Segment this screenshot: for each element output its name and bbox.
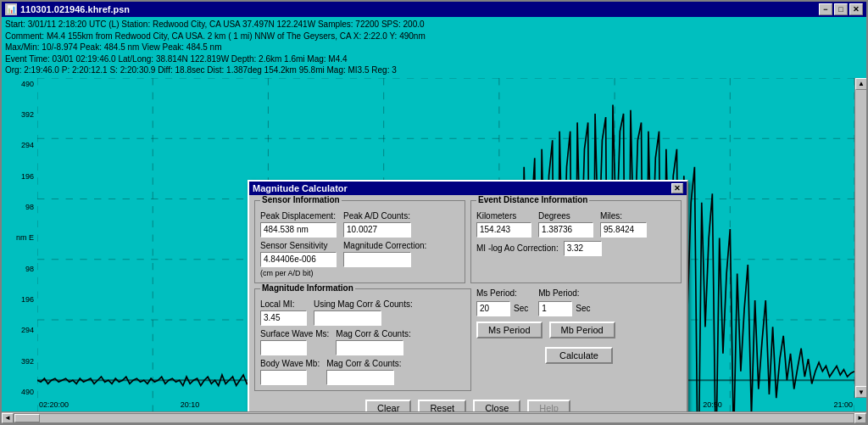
mag-corr-body-input[interactable]	[326, 370, 394, 385]
y-label-392-bot: 392	[3, 357, 34, 366]
event-distance-title: Event Distance Information	[476, 195, 589, 204]
mb-period-unit: Sec	[576, 304, 590, 313]
scroll-up-button[interactable]: ▲	[855, 78, 866, 90]
deg-label: Degrees	[538, 211, 593, 221]
scrollbar-track	[14, 413, 854, 423]
ms-period-input[interactable]	[476, 301, 510, 316]
mi-log-label: MI -log Ao Correction:	[476, 243, 559, 253]
info-bar: Start: 3/01/11 2:18:20 UTC (L) Station: …	[2, 17, 866, 78]
y-label-98-top: 98	[3, 203, 34, 211]
mag-corr-body-label: Mag Corr & Counts:	[326, 359, 401, 368]
nm-e-label: nm E	[3, 233, 34, 242]
mb-period-button[interactable]: Mb Period	[549, 322, 615, 338]
y-label-98-bot: 98	[3, 265, 34, 273]
magnitude-info-title: Magnitude Information	[260, 283, 355, 293]
surface-ms-label: Surface Wave Ms:	[260, 329, 329, 338]
info-line5: Org: 2:19:46.0 P: 2:20:12.1 S: 2:20:30.9…	[5, 64, 863, 76]
help-button[interactable]: Help	[527, 400, 570, 412]
dialog-title-text: Magnitude Calculator	[253, 183, 348, 193]
title-bar: 📊 110301.021946.khref.psn − □ ✕	[2, 2, 866, 17]
ms-period-unit: Sec	[514, 304, 528, 313]
title-buttons: − □ ✕	[819, 3, 863, 15]
mag-corr-counts-label: Mag Corr & Counts:	[336, 329, 410, 338]
sensor-sens-input[interactable]	[260, 252, 337, 267]
body-mb-input[interactable]	[260, 370, 307, 385]
peak-ad-input[interactable]	[343, 222, 411, 238]
y-label-196-bot: 196	[3, 295, 34, 304]
info-line3: Max/Min: 10/-8.974 Peak: 484.5 nm View P…	[5, 42, 863, 53]
mag-corr-input[interactable]	[343, 252, 411, 267]
minimize-button[interactable]: −	[819, 3, 832, 15]
miles-label: Miles:	[600, 211, 647, 221]
sensor-sens-label: Sensor Sensitivity	[260, 241, 337, 250]
peak-disp-input[interactable]	[260, 222, 337, 238]
local-ml-input[interactable]	[260, 310, 307, 326]
calculate-button[interactable]: Calculate	[545, 347, 613, 364]
y-label-490-bot: 490	[3, 388, 34, 396]
km-input[interactable]	[476, 222, 531, 238]
y-label-196-top: 196	[3, 172, 34, 181]
info-line2: Comment: M4.4 155km from Redwood City, C…	[5, 31, 863, 42]
mi-log-input[interactable]	[564, 241, 602, 256]
mag-corr-label: Magnitude Correction:	[343, 241, 426, 250]
main-window: 📊 110301.021946.khref.psn − □ ✕ Start: 3…	[0, 0, 868, 425]
sensor-sens-unit: (cm per A/D bit)	[260, 269, 337, 277]
y-label-294-bot: 294	[3, 326, 34, 334]
dialog-title-bar: Magnitude Calculator ✕	[249, 182, 687, 195]
event-distance-group: Event Distance Information Kilometers De…	[470, 200, 682, 283]
maximize-button[interactable]: □	[834, 3, 848, 15]
mb-period-input[interactable]	[538, 301, 572, 316]
peak-disp-label: Peak Displacement:	[260, 211, 337, 221]
ms-period-button[interactable]: Ms Period	[476, 322, 542, 338]
local-ml-label: Local MI:	[260, 299, 307, 309]
body-mb-label: Body Wave Mb:	[260, 359, 320, 368]
using-mag-input[interactable]	[314, 310, 381, 326]
title-bar-left: 📊 110301.021946.khref.psn	[5, 3, 130, 15]
scroll-right-button[interactable]: ►	[854, 413, 866, 423]
scroll-left-button[interactable]: ◄	[2, 413, 14, 423]
mag-corr-counts-input[interactable]	[336, 340, 403, 355]
scrollbar-thumb[interactable]	[14, 414, 40, 422]
info-line4: Event Time: 03/01 02:19:46.0 Lat/Long: 3…	[5, 53, 863, 65]
info-line1: Start: 3/01/11 2:18:20 UTC (L) Station: …	[5, 19, 863, 31]
surface-ms-input[interactable]	[260, 340, 307, 355]
dialog-close-button[interactable]: ✕	[671, 183, 683, 193]
x-label-1: 20:10	[181, 400, 200, 409]
main-content: 490 392 294 196 98 nm E 98 196 294 392 4…	[2, 78, 866, 412]
mb-period-label: Mb Period:	[538, 288, 590, 298]
app-icon: 📊	[5, 3, 17, 15]
ms-period-label: Ms Period:	[476, 288, 528, 298]
magnitude-info-group: Magnitude Information Local MI: Using Ma…	[254, 288, 471, 391]
close-dialog-button[interactable]: Close	[473, 400, 520, 412]
x-label-5: 20:50	[703, 400, 722, 409]
reset-button[interactable]: Reset	[418, 400, 466, 412]
using-mag-label: Using Mag Corr & Counts:	[314, 299, 413, 309]
horizontal-scrollbar: ◄ ►	[2, 411, 866, 423]
deg-input[interactable]	[538, 222, 593, 238]
clear-button[interactable]: Clear	[365, 400, 411, 412]
magnitude-calculator-dialog: Magnitude Calculator ✕ Sensor Informatio…	[248, 180, 688, 412]
sensor-info-title: Sensor Information	[260, 195, 342, 204]
window-title: 110301.021946.khref.psn	[20, 4, 130, 14]
dialog-body: Sensor Information Peak Displacement: Pe…	[249, 195, 687, 396]
km-label: Kilometers	[476, 211, 531, 221]
y-label-294-top: 294	[3, 141, 34, 149]
scroll-down-button[interactable]: ▼	[855, 386, 866, 398]
sensor-info-group: Sensor Information Peak Displacement: Pe…	[254, 200, 465, 283]
dialog-buttons: Clear Reset Close Help	[249, 396, 687, 412]
y-label-490-top: 490	[3, 80, 34, 88]
x-label-6: 21:00	[833, 400, 853, 409]
seismograph-area: 490 392 294 196 98 nm E 98 196 294 392 4…	[2, 78, 866, 412]
x-label-0: 02:20:00	[39, 400, 69, 409]
peak-ad-label: Peak A/D Counts:	[343, 211, 411, 221]
close-button[interactable]: ✕	[849, 3, 863, 15]
miles-input[interactable]	[600, 222, 647, 238]
y-label-392-top: 392	[3, 110, 34, 119]
